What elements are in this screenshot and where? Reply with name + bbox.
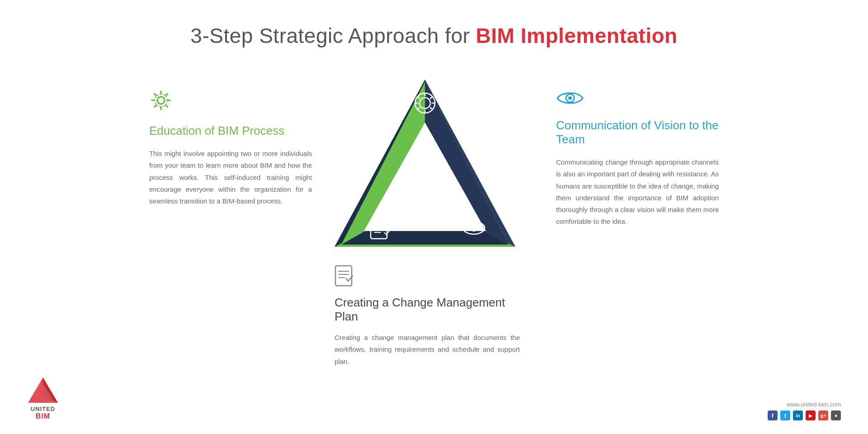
left-section: Education of BIM Process This might invo… [113,75,312,207]
svg-point-36 [568,96,572,100]
website-link: www.united-bim.com [768,401,841,408]
linkedin-icon[interactable]: in [793,410,803,420]
twitter-icon[interactable]: t [780,410,790,420]
page-title: 3-Step Strategic Approach for BIM Implem… [0,0,868,48]
bottom-section-body: Creating a change management plan that d… [335,332,520,368]
title-highlight: BIM Implementation [476,24,678,47]
bottom-section: Creating a Change Management Plan Creati… [330,265,520,368]
svg-point-26 [472,226,475,229]
footer-right: www.united-bim.com f t in ▶ g+ ● [768,401,841,420]
left-section-title: Education of BIM Process [149,124,312,138]
social-icons: f t in ▶ g+ ● [768,410,841,420]
right-section: Communication of Vision to the Team Comm… [556,75,755,228]
googleplus-icon[interactable]: g+ [818,410,828,420]
youtube-icon[interactable]: ▶ [806,410,816,420]
gear-icon [149,89,312,117]
bottom-section-title: Creating a Change Management Plan [335,296,520,324]
eye-icon [556,89,719,111]
document-icon [335,265,520,289]
center-section: Creating a Change Management Plan Creati… [312,75,538,368]
logo-text: UNITED BIM [31,406,55,420]
svg-point-0 [157,97,165,104]
left-section-body: This might involve appointing two or mor… [149,148,312,207]
right-section-body: Communicating change through appropriate… [556,156,719,228]
svg-rect-31 [335,266,352,286]
right-section-title: Communication of Vision to the Team [556,118,719,146]
main-content: Education of BIM Process This might invo… [0,75,868,369]
logo-area: UNITED BIM [27,377,59,420]
logo-pyramid-icon [27,377,59,404]
title-plain: 3-Step Strategic Approach for [190,24,476,47]
triangle-diagram [330,75,520,251]
facebook-icon[interactable]: f [768,410,778,420]
extra-icon[interactable]: ● [831,410,841,420]
